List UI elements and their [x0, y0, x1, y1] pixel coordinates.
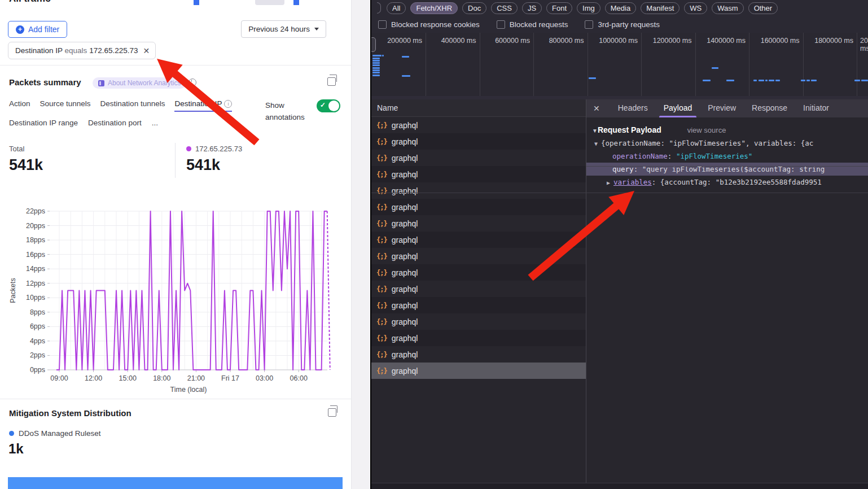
request-name: graphql: [392, 121, 418, 130]
filter-pill-other[interactable]: Other: [748, 2, 778, 14]
request-row[interactable]: {;}graphql: [371, 117, 586, 133]
tab--[interactable]: ...: [152, 119, 158, 127]
json-braces-icon: {;}: [376, 367, 387, 375]
filter-pill-img[interactable]: Img: [577, 2, 600, 14]
request-row[interactable]: {;}graphql: [371, 232, 586, 248]
popout-icon[interactable]: [328, 408, 336, 417]
mitigation-legend-label: DDoS Managed Ruleset: [19, 429, 101, 438]
overview-tick-label: 2000000 ms: [860, 37, 868, 53]
packets-chart-svg: 0pps2pps4pps6pps8pps10pps12pps14pps16pps…: [0, 199, 361, 395]
filter-pill-font[interactable]: Font: [546, 2, 572, 14]
request-timing-mark: [372, 60, 380, 62]
detail-tab-bar: ✕ HeadersPayloadPreviewResponseInitiator: [586, 99, 868, 117]
payload-row[interactable]: query: "query ipFlowTimeseries($accountT…: [586, 163, 868, 176]
show-annotations-toggle[interactable]: ✓: [317, 99, 340, 112]
payload-value: "ipFlowTimeseries": [676, 152, 752, 160]
request-row[interactable]: {;}graphql: [371, 248, 586, 264]
json-braces-icon: {;}: [376, 269, 387, 277]
overview-gridline: [641, 33, 642, 96]
x-tick-label: 09:00: [50, 374, 68, 382]
checkbox-label: Blocked response cookies: [391, 20, 480, 29]
checkbox-box[interactable]: [585, 20, 593, 29]
request-row[interactable]: {;}graphql: [371, 133, 586, 150]
request-timing-mark: [806, 80, 810, 81]
disclosure-triangle-icon[interactable]: ▶: [607, 180, 610, 186]
request-name: graphql: [392, 219, 418, 228]
json-braces-icon: {;}: [376, 236, 387, 244]
request-row[interactable]: {;}graphql: [371, 281, 586, 297]
detail-tab-response[interactable]: Response: [744, 99, 795, 117]
overview-tick-label: 400000 ms: [428, 37, 476, 45]
remove-filter-icon[interactable]: ✕: [143, 46, 150, 55]
time-range-dropdown[interactable]: Previous 24 hours: [241, 20, 326, 38]
mitigation-title: Mitigation System Distribution: [9, 408, 131, 418]
overview-tick-label: 1000000 ms: [589, 37, 638, 45]
request-row[interactable]: {;}graphql: [371, 182, 586, 199]
detail-tab-initiator[interactable]: Initiator: [795, 99, 837, 117]
tab-destination-tunnels[interactable]: Destination tunnels: [100, 99, 165, 112]
request-timing-mark: [765, 80, 768, 81]
request-timing-mark: [589, 77, 596, 79]
filter-pill-css[interactable]: CSS: [491, 2, 518, 14]
payload-row[interactable]: ▼{operationName: "ipFlowTimeseries", var…: [586, 137, 868, 150]
json-braces-icon: {;}: [376, 252, 387, 260]
request-row[interactable]: {;}graphql: [371, 297, 586, 313]
request-payload-title[interactable]: ▼Request Payload: [592, 125, 661, 134]
checkbox-3rd-party-requests[interactable]: 3rd-party requests: [585, 20, 660, 29]
name-column-header[interactable]: Name: [371, 99, 586, 117]
checkbox-box[interactable]: [497, 20, 505, 29]
request-timing-mark: [769, 80, 774, 81]
filter-pill-doc[interactable]: Doc: [462, 2, 486, 14]
filter-chip[interactable]: Destination IP equals 172.65.225.73 ✕: [8, 42, 156, 59]
request-name: graphql: [392, 154, 418, 163]
y-tick-label: 12pps: [26, 280, 45, 287]
tab-destination-ip-range[interactable]: Destination IP range: [9, 119, 78, 127]
tab-destination-port[interactable]: Destination port: [88, 119, 142, 127]
json-braces-icon: {;}: [376, 220, 387, 228]
request-row[interactable]: {;}graphql: [371, 330, 586, 346]
json-braces-icon: {;}: [376, 171, 387, 178]
tab-source-tunnels[interactable]: Source tunnels: [40, 99, 91, 112]
filter-pill-media[interactable]: Media: [605, 2, 636, 14]
payload-row[interactable]: ▶variables: {accountTag: "b12e3b2192ee55…: [586, 176, 868, 189]
y-tick-label: 10pps: [26, 294, 45, 302]
overview-gridline: [480, 33, 480, 96]
request-row[interactable]: {;}graphql: [371, 150, 586, 166]
popout-icon[interactable]: [327, 77, 336, 86]
view-source-link[interactable]: view source: [687, 126, 726, 134]
filter-pill-all[interactable]: All: [387, 2, 406, 14]
checkbox-blocked-response-cookies[interactable]: Blocked response cookies: [378, 20, 480, 29]
detail-tab-preview[interactable]: Preview: [700, 99, 744, 117]
filter-pill-manifest[interactable]: Manifest: [641, 2, 680, 14]
tab-destination-ip[interactable]: Destination IPi: [174, 99, 232, 112]
add-filter-button[interactable]: + Add filter: [8, 21, 67, 38]
about-network-analytics-badge[interactable]: About Network Analytics: [93, 77, 186, 89]
y-tick-label: 6pps: [30, 322, 45, 330]
request-row[interactable]: {;}graphql: [371, 166, 586, 182]
request-row[interactable]: {;}graphql: [371, 264, 586, 281]
request-row[interactable]: {;}graphql: [371, 363, 586, 379]
request-name: graphql: [392, 137, 418, 146]
request-timing-mark: [712, 67, 718, 69]
filter-pill-js[interactable]: JS: [522, 2, 542, 14]
request-timing-mark: [726, 80, 734, 81]
request-row[interactable]: {;}graphql: [371, 199, 586, 215]
json-braces-icon: {;}: [376, 351, 387, 359]
request-row[interactable]: {;}graphql: [371, 313, 586, 330]
filter-pill-ws[interactable]: WS: [684, 2, 707, 14]
payload-row[interactable]: operationName: "ipFlowTimeseries": [586, 150, 868, 163]
detail-tab-payload[interactable]: Payload: [656, 99, 700, 117]
checkbox-blocked-requests[interactable]: Blocked requests: [497, 20, 568, 29]
filter-pill-fetch-xhr[interactable]: Fetch/XHR: [410, 2, 458, 14]
request-row[interactable]: {;}graphql: [371, 215, 586, 232]
disclosure-triangle-icon[interactable]: ▼: [594, 141, 598, 147]
network-overview-timeline[interactable]: 200000 ms400000 ms600000 ms800000 ms1000…: [371, 33, 868, 96]
request-row[interactable]: {;}graphql: [371, 346, 586, 363]
scroll-gutter[interactable]: [352, 0, 370, 489]
close-icon[interactable]: ✕: [593, 104, 600, 113]
info-icon[interactable]: i: [224, 100, 232, 108]
checkbox-box[interactable]: [378, 20, 387, 29]
tab-action[interactable]: Action: [9, 99, 30, 112]
filter-pill-wasm[interactable]: Wasm: [712, 2, 743, 14]
detail-tab-headers[interactable]: Headers: [610, 99, 656, 117]
